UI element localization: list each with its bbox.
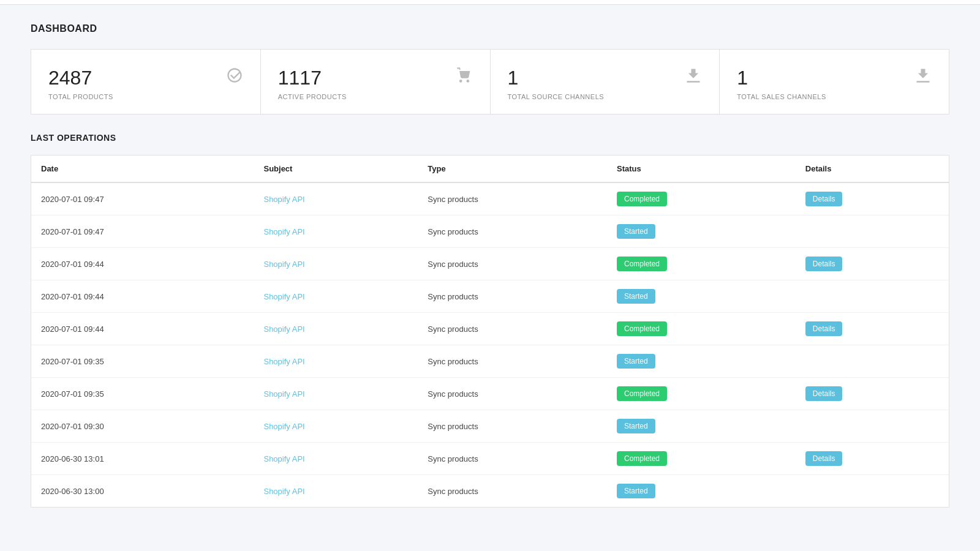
details-button[interactable]: Details (805, 192, 843, 206)
subject-link[interactable]: Shopify API (263, 454, 304, 463)
status-badge: Completed (617, 257, 667, 271)
subject-link[interactable]: Shopify API (263, 260, 304, 269)
status-badge: Started (617, 289, 655, 304)
stat-card-sales-channels: 1 TOTAL SALES CHANNELS (720, 50, 949, 114)
cell-date: 2020-07-01 09:30 (31, 410, 254, 443)
details-button[interactable]: Details (805, 451, 843, 466)
cell-type: Sync products (418, 345, 607, 378)
source-channels-label: TOTAL SOURCE CHANNELS (508, 93, 703, 100)
cell-status: Started (607, 410, 796, 443)
cell-subject[interactable]: Shopify API (254, 313, 418, 345)
cell-date: 2020-07-01 09:44 (31, 313, 254, 345)
cell-type: Sync products (418, 216, 607, 248)
cell-status: Started (607, 345, 796, 378)
cell-date: 2020-07-01 09:35 (31, 345, 254, 378)
cell-details[interactable]: Details (796, 378, 949, 410)
cell-details[interactable]: Details (796, 248, 949, 280)
cell-subject[interactable]: Shopify API (254, 216, 418, 248)
cell-subject[interactable]: Shopify API (254, 475, 418, 508)
subject-link[interactable]: Shopify API (263, 292, 304, 301)
cell-details (796, 280, 949, 313)
table-row: 2020-07-01 09:35Shopify APISync products… (31, 378, 949, 410)
table-row: 2020-07-01 09:44Shopify APISync products… (31, 248, 949, 280)
cell-date: 2020-07-01 09:35 (31, 378, 254, 410)
cell-date: 2020-06-30 13:01 (31, 443, 254, 475)
stat-card-total-products: 2487 TOTAL PRODUCTS (31, 50, 261, 114)
table-row: 2020-06-30 13:01Shopify APISync products… (31, 443, 949, 475)
subject-link[interactable]: Shopify API (263, 195, 304, 204)
cell-subject[interactable]: Shopify API (254, 410, 418, 443)
source-channels-number: 1 (508, 67, 703, 89)
table-row: 2020-06-30 13:00Shopify APISync products… (31, 475, 949, 508)
col-header-details: Details (796, 156, 949, 182)
table-row: 2020-07-01 09:44Shopify APISync products… (31, 313, 949, 345)
status-badge: Started (617, 419, 655, 433)
cell-details (796, 410, 949, 443)
cell-details (796, 216, 949, 248)
sales-channels-label: TOTAL SALES CHANNELS (737, 93, 932, 100)
cell-type: Sync products (418, 313, 607, 345)
subject-link[interactable]: Shopify API (263, 324, 304, 334)
cell-date: 2020-07-01 09:44 (31, 280, 254, 313)
status-badge: Completed (617, 321, 667, 336)
status-badge: Started (617, 484, 655, 498)
download-icon (685, 67, 702, 88)
cell-details[interactable]: Details (796, 443, 949, 475)
cell-status: Completed (607, 248, 796, 280)
cell-details (796, 475, 949, 508)
table-header-row: Date Subject Type Status Details (31, 156, 949, 182)
cell-type: Sync products (418, 280, 607, 313)
details-button[interactable]: Details (805, 321, 843, 336)
cell-date: 2020-07-01 09:47 (31, 182, 254, 216)
cell-type: Sync products (418, 248, 607, 280)
col-header-status: Status (607, 156, 796, 182)
sales-icon (914, 67, 932, 88)
cell-subject[interactable]: Shopify API (254, 443, 418, 475)
total-products-number: 2487 (48, 67, 243, 89)
last-operations-title: LAST OPERATIONS (31, 133, 949, 143)
table-row: 2020-07-01 09:44Shopify APISync products… (31, 280, 949, 313)
cell-status: Started (607, 216, 796, 248)
stat-card-active-products: 1117 ACTIVE PRODUCTS (261, 50, 491, 114)
col-header-subject: Subject (254, 156, 418, 182)
cell-date: 2020-07-01 09:47 (31, 216, 254, 248)
subject-link[interactable]: Shopify API (263, 422, 304, 431)
stat-card-source-channels: 1 TOTAL SOURCE CHANNELS (491, 50, 720, 114)
table-row: 2020-07-01 09:47Shopify APISync products… (31, 182, 949, 216)
page-title: DASHBOARD (31, 23, 949, 34)
status-badge: Completed (617, 192, 667, 206)
subject-link[interactable]: Shopify API (263, 227, 304, 236)
cell-status: Started (607, 475, 796, 508)
subject-link[interactable]: Shopify API (263, 389, 304, 399)
status-badge: Started (617, 224, 655, 239)
details-button[interactable]: Details (805, 257, 843, 271)
cell-subject[interactable]: Shopify API (254, 280, 418, 313)
cell-details (796, 345, 949, 378)
status-badge: Started (617, 354, 655, 369)
details-button[interactable]: Details (805, 386, 843, 401)
table-row: 2020-07-01 09:30Shopify APISync products… (31, 410, 949, 443)
cell-status: Completed (607, 443, 796, 475)
subject-link[interactable]: Shopify API (263, 357, 304, 366)
cell-details[interactable]: Details (796, 182, 949, 216)
cell-status: Completed (607, 378, 796, 410)
operations-table-container: Date Subject Type Status Details 2020-07… (31, 155, 949, 508)
cell-subject[interactable]: Shopify API (254, 248, 418, 280)
subject-link[interactable]: Shopify API (263, 487, 304, 496)
cell-details[interactable]: Details (796, 313, 949, 345)
cell-subject[interactable]: Shopify API (254, 182, 418, 216)
cell-subject[interactable]: Shopify API (254, 378, 418, 410)
operations-table: Date Subject Type Status Details 2020-07… (31, 156, 949, 507)
cell-type: Sync products (418, 410, 607, 443)
cell-date: 2020-07-01 09:44 (31, 248, 254, 280)
cell-status: Completed (607, 313, 796, 345)
page-container: DASHBOARD 2487 TOTAL PRODUCTS 1117 ACTIV… (12, 5, 968, 526)
cell-subject[interactable]: Shopify API (254, 345, 418, 378)
cell-type: Sync products (418, 443, 607, 475)
cell-date: 2020-06-30 13:00 (31, 475, 254, 508)
cell-status: Started (607, 280, 796, 313)
active-products-number: 1117 (278, 67, 473, 89)
cell-status: Completed (607, 182, 796, 216)
cell-type: Sync products (418, 378, 607, 410)
top-bar (0, 0, 980, 5)
